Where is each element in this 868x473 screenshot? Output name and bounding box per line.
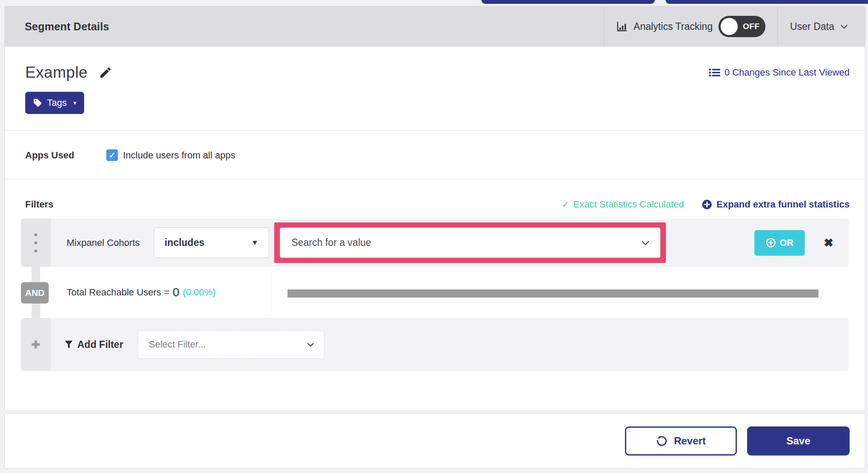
tags-button-label: Tags [47,97,67,108]
include-all-apps-checkbox[interactable]: ✓ [106,149,118,161]
add-filter-label: Add Filter [77,339,123,350]
tags-button[interactable]: Tags ▾ [25,92,84,114]
revert-button[interactable]: Revert [625,426,737,455]
operator-value: includes [164,237,204,248]
section-divider [5,130,865,131]
value-placeholder: Search for a value [291,237,371,248]
filter-row: Mixpanel Cohorts includes ▼ Search for a… [21,219,849,267]
add-or-condition-button[interactable]: OR [754,230,805,256]
plus-circle-icon [702,199,712,210]
top-cutoff-button-left[interactable] [481,0,655,4]
checkbox-check-icon: ✓ [109,151,115,160]
filter-field-name: Mixpanel Cohorts [67,237,140,248]
footer-actions: Revert Save [4,413,865,469]
operator-select[interactable]: includes ▼ [154,228,269,258]
exact-statistics-status: ✓ Exact Statistics Calculated [562,199,684,210]
value-search-select[interactable]: Search for a value [280,228,660,258]
user-data-menu[interactable]: User Data [777,6,865,47]
funnel-icon [65,340,73,349]
total-reachable-label: Total Reachable Users = [67,287,169,298]
apps-used-section: Apps Used ✓ Include users from all apps [25,149,865,161]
apps-used-label: Apps Used [25,150,106,161]
changes-link-label: 0 Changes Since Last Viewed [724,67,850,78]
analytics-tracking-section: Analytics Tracking OFF [604,6,777,47]
drag-handle[interactable] [21,219,51,267]
total-reachable-row: AND Total Reachable Users = 0 (0.00%) [21,267,849,318]
select-filter-placeholder: Select Filter... [149,339,205,350]
add-row-button[interactable]: ✚ [21,318,51,371]
plus-icon: ✚ [32,339,41,351]
bar-chart-icon [616,21,628,32]
toggle-knob [721,18,738,35]
add-filter-label-group: Add Filter [65,339,123,350]
change-list-icon [709,68,720,77]
user-data-label: User Data [790,21,834,32]
triangle-down-icon: ▼ [251,239,258,247]
segment-details-card: Segment Details Analytics Tracking OFF U… [4,6,865,411]
analytics-tracking-toggle[interactable]: OFF [718,16,765,37]
check-icon: ✓ [562,199,569,210]
save-button[interactable]: Save [747,426,850,455]
drag-dots-icon [35,234,37,252]
or-button-label: OR [780,237,794,248]
expand-funnel-statistics-link[interactable]: Expand extra funnel statistics [702,199,850,210]
toggle-state-label: OFF [743,22,760,31]
card-header: Segment Details Analytics Tracking OFF U… [5,6,865,47]
filters-title: Filters [25,199,53,210]
exact-statistics-label: Exact Statistics Calculated [573,199,684,210]
add-filter-row: ✚ Add Filter Select Filter... [21,318,849,371]
chevron-down-icon [641,240,650,245]
tag-icon [33,98,42,108]
total-reachable-value: 0 [173,286,179,299]
vertical-divider [271,273,271,312]
revert-icon [656,435,667,447]
section-divider [5,179,865,179]
select-filter-dropdown[interactable]: Select Filter... [138,330,325,359]
and-badge: AND [21,282,49,304]
caret-down-icon: ▾ [73,99,76,107]
edit-pencil-icon[interactable] [99,66,112,79]
segment-name: Example [25,64,88,82]
page-title: Segment Details [5,20,109,33]
remove-filter-icon[interactable]: ✖ [824,236,833,250]
chevron-down-icon [840,24,848,29]
changes-since-last-viewed-link[interactable]: 0 Changes Since Last Viewed [709,67,850,78]
include-all-apps-label: Include users from all apps [123,150,235,161]
analytics-tracking-label: Analytics Tracking [633,21,713,32]
chevron-down-icon [307,342,314,347]
plus-ring-icon [766,238,776,248]
reachability-bar [287,289,818,298]
expand-link-label: Expand extra funnel statistics [716,199,850,210]
highlight-outline: Search for a value [274,222,666,263]
revert-button-label: Revert [674,435,706,447]
total-reachable-percent: (0.00%) [183,287,216,298]
top-cutoff-button-right[interactable] [666,0,868,4]
